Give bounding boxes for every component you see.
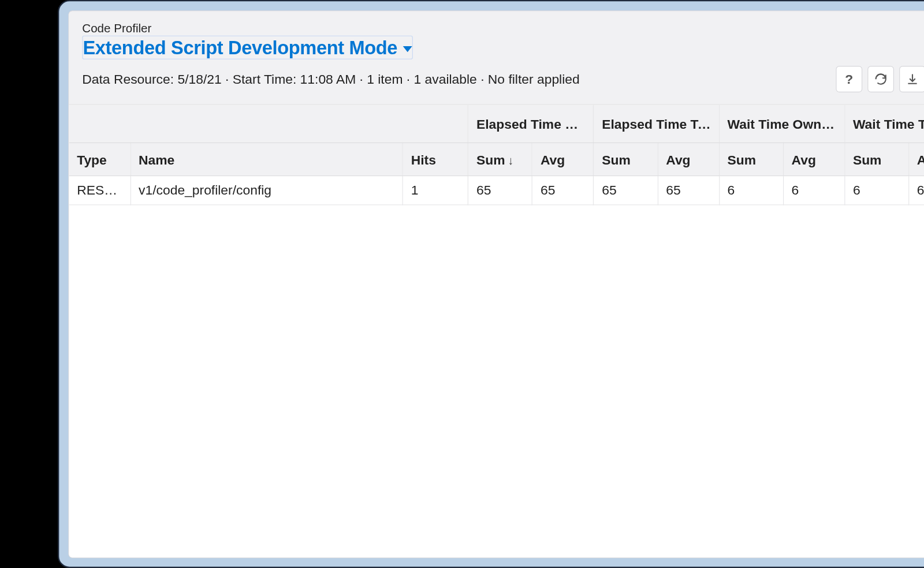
download-icon (906, 73, 919, 86)
breadcrumb: Code Profiler (82, 22, 924, 36)
col-eo-sum[interactable]: Sum↓ (468, 143, 532, 176)
download-button[interactable] (899, 66, 924, 93)
status-row: Data Resource: 5/18/21 · Start Time: 11:… (82, 66, 924, 93)
profiler-panel: Code Profiler Extended Script Developmen… (68, 10, 924, 558)
cell-et-sum: 65 (594, 176, 658, 205)
refresh-button[interactable] (867, 66, 894, 93)
col-wo-avg[interactable]: Avg (783, 143, 844, 176)
col-wo-sum[interactable]: Sum (719, 143, 783, 176)
col-name[interactable]: Name (131, 143, 403, 176)
help-button[interactable]: ? (836, 66, 862, 93)
panel-header: Code Profiler Extended Script Developmen… (69, 11, 924, 105)
mode-selector[interactable]: Extended Script Development Mode (82, 36, 412, 59)
col-type[interactable]: Type (69, 143, 130, 176)
toolbar: ? (836, 66, 924, 93)
sub-header-row: Type Name Hits Sum↓ Avg Sum Avg Sum Avg … (69, 143, 924, 176)
group-header-elapsed-own[interactable]: Elapsed Time O… (468, 105, 594, 143)
profiler-table: Elapsed Time O… Elapsed Time To… Wait Ti… (69, 105, 924, 205)
col-hits[interactable]: Hits (403, 143, 468, 176)
group-header-elapsed-total[interactable]: Elapsed Time To… (594, 105, 719, 143)
cell-eo-sum: 65 (468, 176, 532, 205)
cell-wt-sum: 6 (845, 176, 909, 205)
cell-et-avg: 65 (658, 176, 719, 205)
chevron-down-icon (403, 46, 412, 52)
cell-wo-avg: 6 (783, 176, 844, 205)
group-header-row: Elapsed Time O… Elapsed Time To… Wait Ti… (69, 105, 924, 143)
help-icon: ? (845, 72, 853, 87)
col-et-avg[interactable]: Avg (658, 143, 719, 176)
status-text: Data Resource: 5/18/21 · Start Time: 11:… (82, 72, 579, 87)
col-wt-sum[interactable]: Sum (845, 143, 909, 176)
cell-wo-sum: 6 (719, 176, 783, 205)
cell-name: v1/code_profiler/config (131, 176, 403, 205)
group-header-blank (69, 105, 468, 143)
cell-hits: 1 (403, 176, 468, 205)
col-wt-avg[interactable]: Avg (909, 143, 924, 176)
col-eo-avg[interactable]: Avg (532, 143, 594, 176)
sort-down-icon: ↓ (508, 154, 513, 167)
table-body: REST_… v1/code_profiler/config 1 65 65 6… (69, 176, 924, 205)
mode-label: Extended Script Development Mode (83, 36, 397, 59)
table-container: Elapsed Time O… Elapsed Time To… Wait Ti… (69, 105, 924, 558)
cell-eo-avg: 65 (532, 176, 594, 205)
window-frame: Code Profiler Extended Script Developmen… (58, 0, 924, 568)
group-header-wait-own[interactable]: Wait Time Own … (719, 105, 844, 143)
table-row[interactable]: REST_… v1/code_profiler/config 1 65 65 6… (69, 176, 924, 205)
col-et-sum[interactable]: Sum (594, 143, 658, 176)
refresh-icon (874, 73, 888, 86)
group-header-wait-total[interactable]: Wait Time Total … (845, 105, 924, 143)
cell-type: REST_… (69, 176, 130, 205)
cell-wt-avg: 6 (909, 176, 924, 205)
